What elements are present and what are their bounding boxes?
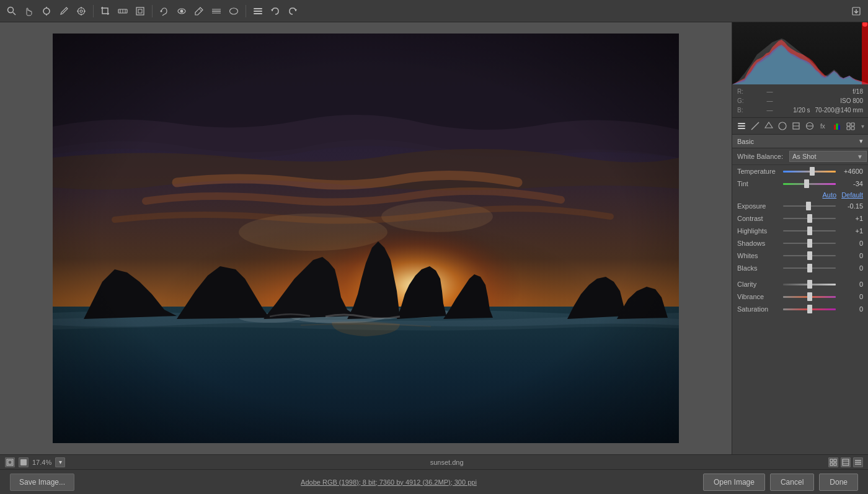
view-grid-icon[interactable] [841, 457, 851, 467]
blacks-slider[interactable] [783, 264, 836, 272]
saturation-thumb[interactable] [807, 305, 812, 313]
color-grading-icon[interactable] [777, 120, 788, 132]
shadows-row: Shadows 0 [732, 237, 868, 249]
svg-marker-46 [765, 122, 773, 128]
status-right [828, 457, 863, 467]
g-label: G: [737, 96, 744, 106]
sliders-container: Temperature +4600 Tint [732, 165, 868, 315]
svg-rect-55 [838, 125, 840, 130]
redeye-tool[interactable] [175, 4, 188, 18]
exposure-value: -0.15 [838, 202, 863, 210]
canvas-area[interactable] [0, 22, 732, 454]
crop-tool[interactable] [99, 4, 112, 18]
redo-tool[interactable] [286, 4, 299, 18]
exposure-label: Exposure [737, 202, 781, 210]
saturation-value: 0 [838, 305, 863, 313]
whites-slider[interactable] [783, 251, 836, 260]
blacks-thumb[interactable] [807, 264, 812, 272]
auto-button[interactable]: Auto [823, 191, 837, 199]
contrast-value: +1 [838, 215, 863, 222]
contrast-slider[interactable] [783, 214, 836, 223]
exposure-row: Exposure -0.15 [732, 200, 868, 212]
whites-value: 0 [838, 252, 863, 259]
svg-point-17 [161, 10, 162, 12]
temperature-thumb[interactable] [810, 167, 815, 176]
color-sampler-tool[interactable] [57, 4, 71, 18]
cancel-button[interactable]: Cancel [770, 474, 814, 491]
white-balance-sample-tool[interactable] [40, 4, 53, 18]
action-center: Adobe RGB (1998); 8 bit; 7360 by 4912 (3… [74, 478, 703, 486]
basic-section-header[interactable]: Basic ▾ [732, 135, 868, 148]
zoom-value: 17.4% [32, 459, 51, 466]
default-button[interactable]: Default [841, 191, 863, 199]
panel-expand-icon[interactable]: ▾ [861, 123, 864, 130]
gradient-tool[interactable] [210, 4, 223, 18]
radial-filter-tool[interactable] [227, 4, 241, 18]
contrast-thumb[interactable] [807, 214, 812, 223]
hand-tool[interactable] [22, 4, 36, 18]
highlights-slider[interactable] [783, 227, 836, 235]
zoom-fill-button[interactable] [19, 457, 29, 467]
highlights-thumb[interactable] [807, 227, 812, 235]
separator-3 [246, 5, 246, 17]
detail-icon[interactable] [790, 120, 802, 132]
spot-removal-tool[interactable] [157, 4, 171, 18]
done-button[interactable]: Done [819, 474, 858, 491]
white-balance-select[interactable]: As Shot Auto Daylight Cloudy Shade Tungs… [789, 151, 867, 162]
undo-tool[interactable] [268, 4, 282, 18]
tint-slider[interactable] [783, 179, 836, 188]
effects-icon[interactable]: fx [818, 120, 829, 132]
blacks-value: 0 [838, 264, 863, 272]
svg-rect-25 [254, 8, 262, 9]
section-title: Basic [737, 138, 754, 145]
whites-thumb[interactable] [807, 251, 812, 260]
target-adjust-tool[interactable] [74, 4, 88, 18]
exposure-thumb[interactable] [806, 202, 811, 210]
toolbar [0, 0, 868, 22]
lens-corrections-icon[interactable] [804, 120, 815, 132]
brush-tool[interactable] [192, 4, 206, 18]
shadows-thumb[interactable] [807, 239, 812, 248]
svg-point-6 [80, 10, 82, 12]
shadows-slider[interactable] [783, 239, 836, 248]
straighten-tool[interactable] [116, 4, 130, 18]
highlights-label: Highlights [737, 227, 781, 235]
tone-curve-icon[interactable] [750, 120, 761, 132]
zoom-dropdown-button[interactable]: ▾ [55, 457, 65, 467]
vibrance-row: Vibrance 0 [732, 290, 868, 303]
section-expand-icon: ▾ [859, 137, 863, 145]
exposure-slider[interactable] [783, 202, 836, 210]
view-options-icon[interactable] [853, 457, 863, 467]
vibrance-value: 0 [838, 293, 863, 300]
rgb-values: — — — [766, 87, 773, 115]
hsl-icon[interactable] [763, 120, 774, 132]
filename: sunset.dng [430, 459, 464, 466]
svg-rect-43 [738, 123, 745, 124]
zoom-tool[interactable] [5, 4, 19, 18]
clarity-thumb[interactable] [807, 280, 812, 289]
zoom-fit-button[interactable] [5, 457, 15, 467]
vibrance-slider[interactable] [783, 292, 836, 301]
basic-icon[interactable] [736, 120, 747, 132]
svg-text:fx: fx [820, 123, 825, 130]
exposure-info: f/18 ISO 800 1/20 s 70-200@140 mm [793, 87, 863, 115]
histogram [732, 22, 868, 84]
r-value: — [766, 87, 773, 96]
vibrance-thumb[interactable] [807, 292, 812, 301]
open-image-button[interactable]: Open Image [703, 474, 765, 491]
save-image-button[interactable]: Save Image... [10, 474, 74, 491]
calibration-icon[interactable] [831, 120, 843, 132]
contrast-row: Contrast +1 [732, 212, 868, 225]
temperature-slider[interactable] [783, 167, 836, 176]
saturation-slider[interactable] [783, 305, 836, 313]
presets-icon[interactable] [845, 120, 856, 132]
tint-thumb[interactable] [804, 179, 809, 188]
view-small-icon[interactable] [828, 457, 838, 467]
saturation-label: Saturation [737, 305, 781, 313]
export-icon[interactable] [849, 4, 863, 18]
file-info-link[interactable]: Adobe RGB (1998); 8 bit; 7360 by 4912 (3… [301, 478, 477, 486]
preferences-tool[interactable] [251, 4, 265, 18]
transform-tool[interactable] [133, 4, 147, 18]
clarity-slider[interactable] [783, 280, 836, 289]
svg-rect-16 [138, 9, 142, 13]
